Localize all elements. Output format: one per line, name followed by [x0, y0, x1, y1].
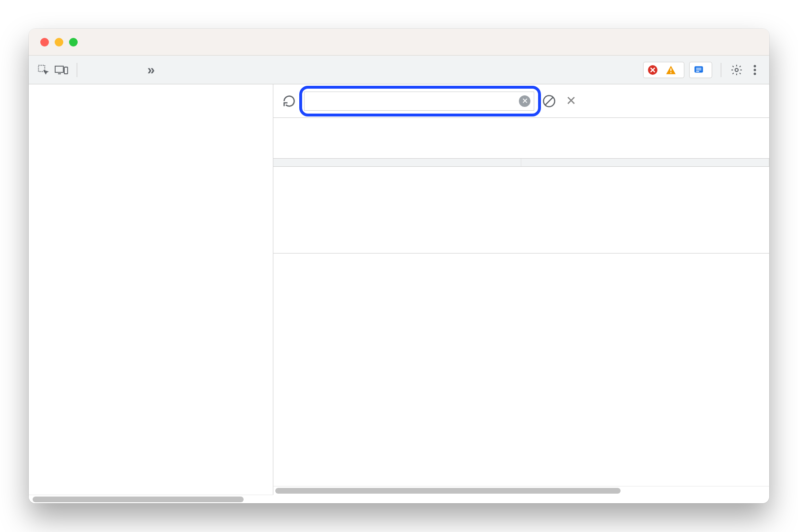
- svg-rect-2: [64, 67, 68, 74]
- origin-area: [273, 118, 769, 159]
- svg-rect-8: [696, 69, 702, 70]
- filter-search-wrap: ✕: [304, 92, 534, 111]
- svg-point-13: [754, 72, 756, 75]
- col-value[interactable]: [521, 159, 769, 166]
- main-toolbar: »: [29, 56, 769, 84]
- titlebar: [29, 29, 769, 56]
- filter-input[interactable]: [304, 92, 534, 111]
- warning-icon: [666, 65, 676, 75]
- kebab-menu-icon[interactable]: [748, 63, 762, 77]
- sidebar: [29, 84, 273, 495]
- clear-filter-icon[interactable]: ✕: [519, 95, 530, 107]
- svg-rect-7: [696, 68, 702, 69]
- sidebar-scrollbar[interactable]: [29, 495, 273, 503]
- minimize-window-button[interactable]: [55, 38, 63, 46]
- filter-bar: ✕ ✕: [273, 84, 769, 118]
- clear-all-icon[interactable]: [542, 94, 556, 108]
- issues-count[interactable]: [689, 62, 712, 78]
- error-count[interactable]: [643, 62, 684, 78]
- table-header: [273, 159, 769, 167]
- more-tabs-icon[interactable]: »: [144, 63, 158, 77]
- maximize-window-button[interactable]: [69, 38, 78, 46]
- error-icon: [647, 65, 658, 75]
- svg-point-12: [754, 69, 756, 71]
- svg-point-11: [754, 65, 756, 67]
- settings-icon[interactable]: [730, 63, 743, 77]
- inspect-element-icon[interactable]: [36, 63, 50, 77]
- device-toolbar-icon[interactable]: [55, 63, 68, 77]
- svg-rect-9: [696, 71, 700, 72]
- storage-table: [273, 159, 769, 254]
- traffic-lights: [40, 38, 78, 46]
- svg-rect-4: [670, 68, 671, 71]
- refresh-icon[interactable]: [282, 94, 296, 108]
- value-preview: [273, 254, 769, 486]
- horizontal-scrollbar[interactable]: [273, 486, 769, 495]
- col-key[interactable]: [273, 159, 521, 166]
- svg-rect-1: [55, 66, 63, 72]
- devtools-window: »: [29, 29, 769, 503]
- delete-selected-icon[interactable]: ✕: [564, 94, 578, 108]
- info-icon: [693, 65, 704, 75]
- svg-rect-5: [670, 72, 671, 73]
- svg-point-10: [735, 68, 739, 71]
- panel-tabs: »: [91, 63, 158, 77]
- close-window-button[interactable]: [40, 38, 49, 46]
- content-panel: ✕ ✕: [273, 84, 769, 495]
